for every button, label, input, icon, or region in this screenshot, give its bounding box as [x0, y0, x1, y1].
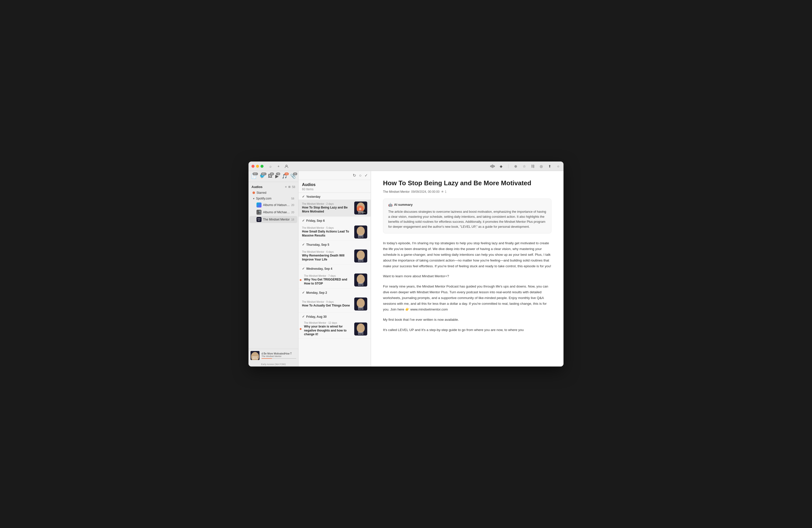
svg-rect-5	[494, 165, 495, 167]
sidebar-item-michael[interactable]: 🎤 Albums of Michael Jac... 20	[249, 209, 297, 216]
date-text-aug30: Friday, Aug 30	[306, 315, 327, 319]
content-date: 09/09/2024, 00:00:00	[411, 190, 439, 193]
article-thumb-1: MINDSETMENTOR	[354, 225, 367, 238]
article-title-3: Why You Get TRIGGERED and How to STOP	[304, 278, 352, 285]
sidebar-icon-images[interactable]: 🖼 59	[267, 173, 273, 180]
sidebar-section-title: Audios	[251, 185, 262, 189]
articles-toolbar: ↻ ○ ✓	[299, 171, 371, 180]
ai-summary-box: 🤖 AI summary The article discusses strat…	[383, 199, 551, 234]
article-source-2: The Mindset Mentor · 6 days	[302, 250, 352, 253]
sidebar-icon-video[interactable]: ▶ 38	[275, 173, 279, 180]
article-title-4: How To Actually Get Things Done	[302, 304, 352, 308]
sort-icon[interactable]: ≡	[285, 185, 287, 189]
date-group-aug30: ✓ Friday, Aug 30	[299, 313, 371, 320]
content-para-4: It's called LEVEL UP and It's a step-by-…	[383, 327, 551, 333]
date-text-sep5: Thursday, Sep 5	[306, 243, 329, 247]
mindset-avatar: MIND SET	[257, 217, 261, 222]
ai-icon: 🤖	[388, 203, 392, 207]
circle-icon[interactable]: ○	[556, 164, 561, 168]
thumb-label-0: MINDSETMENTOR	[355, 211, 367, 214]
article-source-0: The Mindset Mentor · 2 days	[302, 203, 352, 205]
article-item-4[interactable]: The Mindset Mentor · 9 days How To Actua…	[299, 295, 371, 313]
mindset-thumb-bg: MINDSETMENTOR	[250, 351, 260, 360]
sep6-check-icon: ✓	[302, 219, 305, 222]
waveform-icon[interactable]	[490, 164, 495, 168]
sidebar-icon-docs[interactable]: 📄 99+	[250, 173, 257, 180]
sidebar-icon-twitter[interactable]: 🐦 99+	[259, 173, 265, 180]
article-thumb-2: MINDSETMENTOR	[354, 249, 367, 263]
article-item-3[interactable]: The Mindset Mentor · 7 days Why You Get …	[299, 272, 371, 289]
article-item-1[interactable]: The Mindset Mentor · 5 days How Small Da…	[299, 223, 371, 241]
hatsune-count: 20	[291, 204, 294, 206]
globe-icon[interactable]: ◎	[539, 164, 543, 168]
close-button[interactable]	[251, 165, 255, 168]
sidebar-icon-attachments[interactable]: 📎 86	[290, 173, 296, 180]
unread-dot-3	[300, 279, 302, 281]
aug30-check-icon: ✓	[302, 315, 305, 319]
svg-rect-1	[490, 165, 491, 167]
check-circle-icon[interactable]: ✓	[364, 173, 368, 178]
link-icon[interactable]: ⛓	[531, 164, 535, 168]
sidebar-item-spotify[interactable]: ▼ Spotify.com 58	[249, 196, 297, 201]
star-icon[interactable]: ☆	[522, 164, 526, 168]
articles-count: 60 Items	[302, 188, 367, 191]
article-item-2[interactable]: The Mindset Mentor · 6 days Why Remember…	[299, 248, 371, 265]
mindset-thumb-5: MINDSETMENTOR	[354, 323, 367, 336]
share-icon[interactable]: ⬆	[548, 164, 552, 168]
fullscreen-button[interactable]	[261, 165, 263, 168]
content-para-2: For nearly nine years, the Mindset Mento…	[383, 284, 551, 312]
sidebar-item-hatsune[interactable]: Albums of Hatsune Miku 20	[249, 202, 297, 208]
articles-list: ✓ Yesterday The Mindset Mentor · 2 days …	[299, 193, 371, 367]
article-title-2: Why Remembering Death Will Improve Your …	[302, 254, 352, 262]
articles-header: Audios 60 Items	[299, 180, 371, 193]
article-title-1: How Small Daily Actions Lead To Massive …	[302, 230, 352, 237]
thumb-label-4: MINDSETMENTOR	[355, 307, 367, 310]
article-source-4: The Mindset Mentor · 9 days	[302, 300, 352, 303]
search-icon[interactable]: ⌕	[269, 164, 273, 168]
player-title: d Be More MotivatedHow T	[261, 352, 296, 355]
minimize-button[interactable]	[256, 165, 259, 168]
sep4-check-icon: ✓	[302, 267, 305, 270]
sep5-check-icon: ✓	[302, 243, 305, 247]
mindset-thumb-4: MINDSETMENTOR	[354, 297, 367, 310]
grid-icon[interactable]: ⊞	[288, 185, 290, 189]
content-body: In today's episode, I'm sharing my top s…	[383, 240, 551, 333]
sidebar-icon-audio[interactable]: 🎵 58	[281, 173, 288, 180]
user-icon[interactable]	[285, 164, 289, 168]
sidebar-section: Audios ≡ ⊞ 58 Starred ▼ Spotify.com	[248, 182, 298, 225]
mindset-thumb-2: MINDSETMENTOR	[354, 249, 367, 263]
sidebar-item-starred[interactable]: Starred	[249, 190, 297, 195]
content-para-0: In today's episode, I'm sharing my top s…	[383, 240, 551, 269]
date-text-yesterday: Yesterday	[306, 195, 320, 199]
app-window: ⌕ + ◆ ⊕ ☆ ⛓	[248, 161, 564, 367]
ai-summary-text: The article discusses strategies to over…	[388, 209, 546, 229]
article-item-5[interactable]: The Mindset Mentor · 12 days Why your br…	[299, 320, 371, 339]
date-group-sep4: ✓ Wednesday, Sep 4	[299, 265, 371, 272]
svg-rect-3	[492, 164, 493, 168]
date-label-yesterday: ✓ Yesterday	[302, 195, 367, 199]
article-item-0[interactable]: The Mindset Mentor · 2 days How To Stop …	[299, 200, 371, 217]
date-label-sep5: ✓ Thursday, Sep 5	[302, 243, 367, 247]
refresh-icon[interactable]: ↻	[353, 173, 356, 178]
sidebar-header-icons: ≡ ⊞ 58	[285, 185, 295, 189]
sidebar-item-mindset[interactable]: MIND SET The Mindset Mentor 18	[249, 216, 297, 223]
view-count: 1	[445, 190, 447, 193]
person-face-4	[357, 298, 365, 308]
add-icon[interactable]: +	[276, 164, 280, 168]
diamond-icon[interactable]: ◆	[499, 164, 503, 168]
article-content-5: The Mindset Mentor · 12 days Why your br…	[302, 322, 354, 337]
content-title: How To Stop Being Lazy and Be More Motiv…	[383, 179, 551, 188]
titlebar-left-icons: ⌕ +	[269, 164, 289, 168]
sidebar-icon-row: 📄 99+ 🐦 99+ 🖼 59 ▶ 38 🎵 58	[248, 171, 298, 182]
plus-circle-icon[interactable]: ⊕	[513, 164, 518, 168]
content-para-3: My first book that I've ever written is …	[383, 317, 551, 323]
circle-icon[interactable]: ○	[359, 173, 362, 178]
article-content-3: The Mindset Mentor · 7 days Why You Get …	[302, 275, 354, 285]
date-group-sep6: ✓ Friday, Sep 6	[299, 217, 371, 223]
date-group-sep5: ✓ Thursday, Sep 5	[299, 241, 371, 248]
player-progress-bar[interactable]	[261, 358, 296, 359]
article-thumb-4: MINDSETMENTOR	[354, 297, 367, 310]
content-views: 👁 1	[441, 190, 447, 193]
player-thumbnail: MINDSETMENTOR	[250, 351, 260, 360]
person-face-5	[357, 323, 365, 333]
